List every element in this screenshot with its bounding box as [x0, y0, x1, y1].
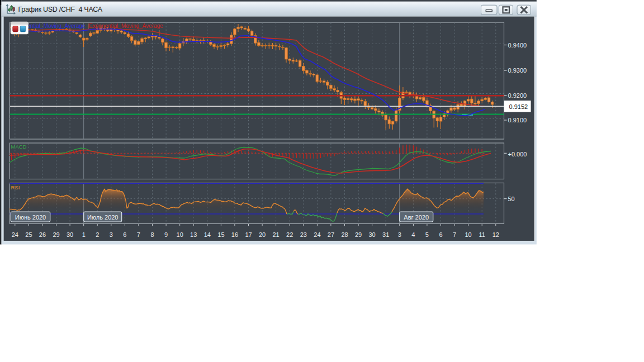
svg-text:MACD: MACD [11, 144, 27, 150]
svg-text:16: 16 [231, 231, 238, 238]
svg-text:3: 3 [110, 231, 113, 238]
svg-text:6: 6 [439, 231, 442, 238]
svg-text:1: 1 [82, 231, 86, 238]
svg-text:8: 8 [150, 231, 154, 238]
svg-text:29: 29 [355, 231, 362, 238]
svg-text:4: 4 [411, 231, 415, 238]
svg-text:3: 3 [398, 231, 401, 238]
svg-text:Авг 2020: Авг 2020 [404, 214, 429, 221]
svg-text:31: 31 [382, 231, 389, 238]
svg-text:23: 23 [300, 231, 307, 238]
svg-text:10: 10 [177, 231, 183, 238]
svg-text:15: 15 [217, 231, 224, 238]
svg-text:21: 21 [272, 231, 279, 238]
svg-text:26: 26 [39, 231, 46, 238]
svg-text:28: 28 [341, 231, 348, 238]
svg-text:24: 24 [314, 231, 320, 238]
svg-text:22: 22 [286, 231, 293, 238]
svg-text:7: 7 [137, 231, 140, 238]
svg-text:30: 30 [368, 231, 375, 238]
svg-text:10: 10 [465, 231, 471, 238]
svg-text:0.9200: 0.9200 [508, 92, 527, 99]
svg-text:RSI: RSI [11, 184, 20, 190]
svg-text:14: 14 [204, 231, 211, 238]
svg-text:7: 7 [453, 231, 456, 238]
svg-text:6: 6 [123, 231, 126, 238]
svg-text:11: 11 [479, 231, 485, 238]
svg-text:9: 9 [164, 231, 168, 238]
svg-text:Exponential_Moving_Average: Exponential_Moving_Average [89, 23, 163, 29]
svg-text:0.9300: 0.9300 [508, 67, 527, 74]
svg-text:0.9100: 0.9100 [508, 117, 527, 123]
svg-text:2: 2 [96, 231, 99, 238]
svg-text:25: 25 [25, 231, 32, 238]
svg-text:Июнь 2020: Июнь 2020 [15, 214, 46, 221]
svg-text:29: 29 [53, 231, 59, 238]
svg-text:График USD /CHF 4 ЧАСА: График USD /CHF 4 ЧАСА [18, 6, 103, 13]
svg-text:30: 30 [67, 231, 73, 238]
svg-text:0.9400: 0.9400 [508, 42, 527, 49]
svg-text:+0.000: +0.000 [508, 151, 527, 158]
svg-text:17: 17 [245, 231, 252, 238]
svg-text:Июль 2020: Июль 2020 [87, 214, 119, 221]
svg-text:12: 12 [493, 231, 499, 238]
svg-text:13: 13 [190, 231, 197, 238]
svg-text:0.9152: 0.9152 [509, 103, 528, 110]
svg-text:20: 20 [259, 231, 266, 238]
svg-text:27: 27 [328, 231, 334, 238]
svg-text:50: 50 [508, 196, 515, 202]
svg-text:24: 24 [12, 231, 18, 238]
svg-text:5: 5 [425, 231, 429, 238]
